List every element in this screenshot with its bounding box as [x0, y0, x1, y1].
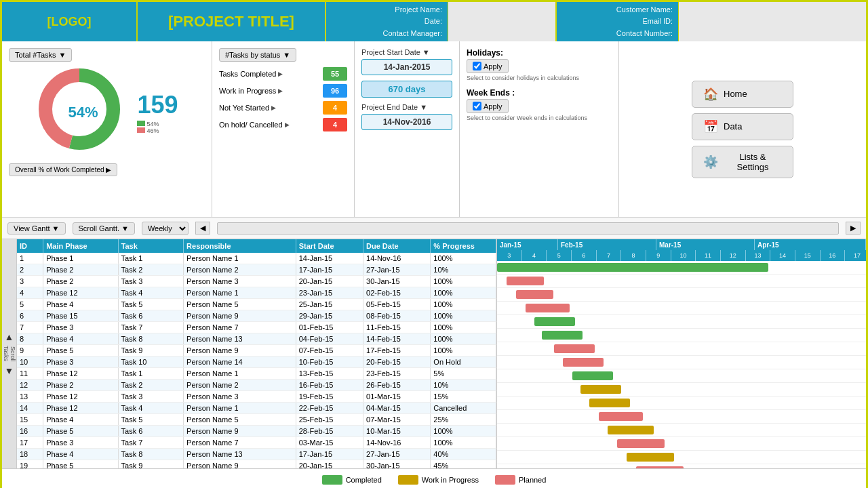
gantt-header: Jan-15 Feb-15 Mar-15 Apr-15 345678910111… [497, 239, 866, 261]
gantt-day-cell: 8 [621, 250, 646, 261]
gantt-scroll-right[interactable]: ▶ [846, 222, 861, 235]
gantt-day-cell: 16 [821, 250, 846, 261]
gantt-month-jan: Jan-15 [497, 239, 558, 250]
gantt-bar [554, 344, 595, 353]
gantt-bar [542, 331, 583, 340]
holidays-checkbox-input[interactable] [473, 62, 481, 70]
settings-icon: ⚙️ [703, 155, 718, 169]
gantt-scroll-left[interactable]: ◀ [195, 222, 210, 235]
customer-input-area [679, 2, 866, 41]
col-header-task: Task [118, 239, 184, 253]
gantt-row [497, 451, 866, 464]
gantt-row [497, 437, 866, 451]
gantt-bar [608, 426, 654, 434]
status-row-not-started: Not Yet Started ▶ 4 [219, 101, 347, 115]
gantt-bar [617, 439, 665, 448]
project-input-area [448, 2, 557, 41]
gantt-days-row: 3456789101112131415161718192021222324252… [497, 250, 866, 261]
gantt-months-row: Jan-15 Feb-15 Mar-15 Apr-15 [497, 239, 866, 250]
holidays-note: Select to consider holidays in calculati… [467, 75, 612, 81]
gantt-bar [526, 304, 570, 312]
gantt-day-cell: 4 [522, 250, 547, 261]
gantt-bar [572, 371, 613, 380]
gantt-row [497, 315, 866, 329]
start-date: 14-Jan-2015 [361, 59, 452, 75]
gantt-row [497, 288, 866, 302]
table-row: 17 Phase 3 Task 7 Person Name 7 03-Mar-1… [17, 437, 496, 449]
legend-completed: Completed [322, 475, 382, 485]
gantt-bar [563, 358, 604, 367]
gantt-chart-area: Jan-15 Feb-15 Mar-15 Apr-15 345678910111… [497, 239, 866, 468]
total-tasks-button[interactable]: Total #Tasks ▼ [9, 48, 72, 62]
gantt-day-cell: 3 [497, 250, 522, 261]
col-header-pct: % Progress [431, 239, 496, 253]
gantt-row [497, 274, 866, 288]
frequency-select[interactable]: Weekly Monthly Daily [142, 222, 189, 235]
scroll-tasks-label: ScrollTasks [3, 346, 16, 361]
nav-section: 🏠 Home 📅 Data ⚙️ Lists & Settings [619, 41, 866, 217]
gantt-day-cell: 7 [597, 250, 622, 261]
lists-settings-button[interactable]: ⚙️ Lists & Settings [692, 146, 793, 178]
legend-wip: Work in Progress [398, 475, 479, 485]
legend-wip-box [398, 475, 418, 485]
table-row: 5 Phase 4 Task 5 Person Name 5 25-Jan-15… [17, 299, 496, 310]
table-row: 18 Phase 4 Task 8 Person Name 13 17-Jan-… [17, 449, 496, 460]
gantt-row [497, 396, 866, 410]
weekends-checkbox[interactable]: Apply [467, 99, 509, 113]
table-row: 10 Phase 3 Task 10 Person Name 14 10-Feb… [17, 357, 496, 368]
gantt-bar [589, 399, 630, 407]
scroll-up-button[interactable]: ▲ [5, 331, 14, 342]
gantt-row [497, 329, 866, 342]
gantt-row [497, 356, 866, 369]
settings-section: Holidays: Apply Select to consider holid… [460, 41, 619, 217]
scroll-gantt-button[interactable]: Scroll Gantt. ▼ [73, 222, 135, 235]
gantt-month-feb: Feb-15 [558, 239, 656, 250]
gantt-bar [507, 277, 544, 285]
table-row: 19 Phase 5 Task 9 Person Name 9 20-Jan-1… [17, 460, 496, 469]
gantt-bar [599, 412, 643, 421]
total-tasks-value: 159 [137, 91, 178, 119]
gantt-bar [636, 466, 684, 468]
col-header-id: ID [17, 239, 43, 253]
gantt-scroll-bar[interactable] [217, 222, 839, 235]
gantt-controls: View Gantt ▼ Scroll Gantt. ▼ Weekly Mont… [2, 218, 866, 239]
holidays-checkbox[interactable]: Apply [467, 59, 509, 73]
donut-chart: 54% [35, 65, 130, 160]
view-gantt-button[interactable]: View Gantt ▼ [7, 222, 66, 235]
chart-legend: Completed Work in Progress Planned [2, 468, 866, 488]
gantt-day-cell: 6 [572, 250, 597, 261]
data-button[interactable]: 📅 Data [692, 113, 793, 140]
table-row: 3 Phase 2 Task 3 Person Name 3 20-Jan-15… [17, 276, 496, 287]
home-icon: 🏠 [703, 87, 718, 102]
weekends-label: Week Ends : [467, 88, 612, 98]
table-row: 8 Phase 4 Task 8 Person Name 13 04-Feb-1… [17, 333, 496, 345]
gantt-month-mar: Mar-15 [656, 239, 755, 250]
home-button[interactable]: 🏠 Home [692, 81, 793, 108]
overall-pct-button[interactable]: Overall % of Work Completed ▶ [9, 163, 117, 176]
gantt-day-cell: 11 [696, 250, 721, 261]
gantt-day-cell: 12 [721, 250, 746, 261]
table-row: 15 Phase 4 Task 5 Person Name 5 25-Feb-1… [17, 414, 496, 426]
tasks-by-status-section: #Tasks by status ▼ Tasks Completed ▶ 55 … [212, 41, 355, 217]
gantt-day-cell: 13 [746, 250, 771, 261]
table-row: 6 Phase 15 Task 6 Person Name 9 29-Jan-1… [17, 310, 496, 322]
end-date: 14-Nov-2016 [361, 114, 452, 130]
legend-completed-box [322, 475, 342, 485]
gantt-row [497, 464, 866, 468]
weekends-checkbox-input[interactable] [473, 102, 481, 110]
status-row-completed: Tasks Completed ▶ 55 [219, 67, 347, 81]
table-row: 1 Phase 1 Task 1 Person Name 1 14-Jan-15… [17, 253, 496, 264]
gantt-row [497, 302, 866, 315]
scroll-down-button[interactable]: ▼ [5, 365, 14, 376]
gantt-day-cell: 14 [770, 250, 795, 261]
gantt-bar [534, 317, 575, 326]
logo: [LOGO] [2, 2, 138, 41]
table-row: 4 Phase 12 Task 4 Person Name 1 23-Jan-1… [17, 287, 496, 299]
gantt-bar [497, 263, 768, 272]
gantt-row [497, 342, 866, 356]
task-table-wrapper: ID Main Phase Task Responsible Start Dat… [17, 239, 497, 468]
gantt-day-cell: 10 [671, 250, 696, 261]
status-row-wip: Work in Progress ▶ 96 [219, 84, 347, 98]
tasks-by-status-button[interactable]: #Tasks by status ▼ [219, 48, 296, 62]
gantt-day-cell: 17 [845, 250, 866, 261]
